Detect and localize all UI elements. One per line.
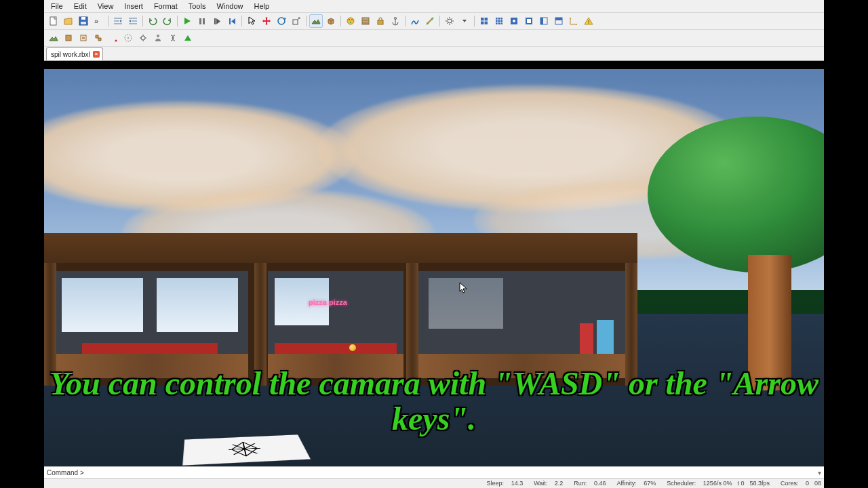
separator [177,16,178,26]
play-button[interactable] [180,14,194,28]
menu-bar: File Edit View Insert Format Tools Windo… [44,0,824,13]
svg-point-11 [347,18,354,24]
select-tool-button[interactable] [245,14,258,28]
svg-rect-32 [66,35,71,41]
t2-h-button[interactable] [151,31,165,45]
status-t0: t 0 [737,480,744,487]
t2-g-button[interactable] [136,31,150,45]
color-button[interactable] [344,14,357,28]
command-dropdown-icon[interactable]: ▾ [818,469,821,476]
gear-button[interactable] [443,14,456,28]
separator [474,16,475,26]
status-ob: 08 [814,480,821,487]
menu-format[interactable]: Format [149,1,183,12]
t2-a-button[interactable] [47,31,60,45]
t2-b-button[interactable] [62,31,75,45]
menu-help[interactable]: Help [249,1,275,12]
tab-label: spil work.rbxl [51,51,90,58]
separator [340,16,341,26]
chevron-icon[interactable]: » [92,14,105,28]
status-cores: Cores: 0 [775,480,809,487]
separator [306,16,307,26]
svg-point-12 [349,19,350,20]
svg-rect-16 [378,20,383,24]
building: pizza pizza [44,233,637,386]
svg-rect-5 [199,18,201,24]
layout1-button[interactable] [537,14,551,28]
svg-point-14 [350,22,351,23]
close-tab-icon[interactable]: × [93,51,100,58]
status-fps: 58.3fps [749,480,770,487]
anchor-button[interactable] [389,14,402,28]
t2-f-button[interactable] [121,31,135,45]
separator [439,16,440,26]
svg-rect-22 [496,18,502,24]
separator [108,16,108,26]
grid3-button[interactable] [507,14,521,28]
separator [241,16,242,26]
indent-out-button[interactable] [111,14,125,28]
svg-point-24 [513,20,515,22]
svg-rect-2 [81,17,85,20]
svg-text:»: » [94,17,98,25]
warn-button[interactable]: ! [582,14,595,28]
axis-button[interactable] [567,14,580,28]
joint-button[interactable] [423,14,437,28]
grid1-button[interactable] [477,14,491,28]
t2-j-button[interactable] [181,31,195,45]
toolbar-main: » ! [44,13,824,30]
svg-rect-34 [82,37,85,39]
svg-rect-3 [81,22,86,24]
pause-button[interactable] [195,14,209,28]
stop-button[interactable] [225,14,239,28]
move-tool-button[interactable] [260,14,273,28]
svg-rect-26 [527,19,531,23]
menu-edit[interactable]: Edit [68,1,92,12]
separator [142,16,143,26]
step-button[interactable] [210,14,224,28]
surface-button[interactable] [408,14,422,28]
svg-point-38 [141,36,145,40]
svg-rect-6 [203,18,205,24]
status-bar: Sleep: 14.3 Wait: 2.2 Run: 0.46 Affinity… [44,479,824,488]
scale-tool-button[interactable] [290,14,303,28]
svg-text:!: ! [588,19,589,25]
status-affinity: Affinity: 67% [611,480,656,487]
menu-view[interactable]: View [92,1,119,12]
svg-point-37 [127,37,129,39]
t2-i-button[interactable] [166,31,180,45]
status-scheduler: Scheduler: 1256/s 0% [661,480,732,487]
command-bar[interactable]: Command > ▾ [44,466,824,479]
redo-button[interactable] [161,14,174,28]
grid4-button[interactable] [522,14,536,28]
part-button[interactable] [324,14,338,28]
neon-sign: pizza pizza [309,298,347,306]
menu-tools[interactable]: Tools [183,1,212,12]
new-file-button[interactable] [47,14,60,28]
save-button[interactable] [77,14,90,28]
t2-d-button[interactable] [92,31,105,45]
menu-insert[interactable]: Insert [119,1,149,12]
viewport-3d[interactable]: pizza pizza You can control the camara w… [44,61,824,466]
rotate-tool-button[interactable] [275,14,288,28]
material-button[interactable] [359,14,372,28]
indent-in-button[interactable] [126,14,140,28]
open-file-button[interactable] [62,14,75,28]
terrain-button[interactable] [309,14,323,28]
dropdown-button[interactable] [458,14,471,28]
toolbar-secondary [44,30,824,47]
svg-point-20 [448,19,452,23]
caption-overlay: You can control the camara with "WASD" o… [44,366,824,436]
lock-button[interactable] [374,14,387,28]
app-window: File Edit View Insert Format Tools Windo… [44,0,824,488]
menu-window[interactable]: Window [211,1,248,12]
command-label: Command > [47,469,84,476]
grid2-button[interactable] [492,14,506,28]
t2-c-button[interactable] [77,31,90,45]
undo-button[interactable] [146,14,159,28]
t2-e-button[interactable] [106,31,120,45]
tab-document[interactable]: spil work.rbxl × [46,47,103,60]
svg-point-19 [431,18,433,20]
menu-file[interactable]: File [45,1,68,12]
layout2-button[interactable] [552,14,566,28]
